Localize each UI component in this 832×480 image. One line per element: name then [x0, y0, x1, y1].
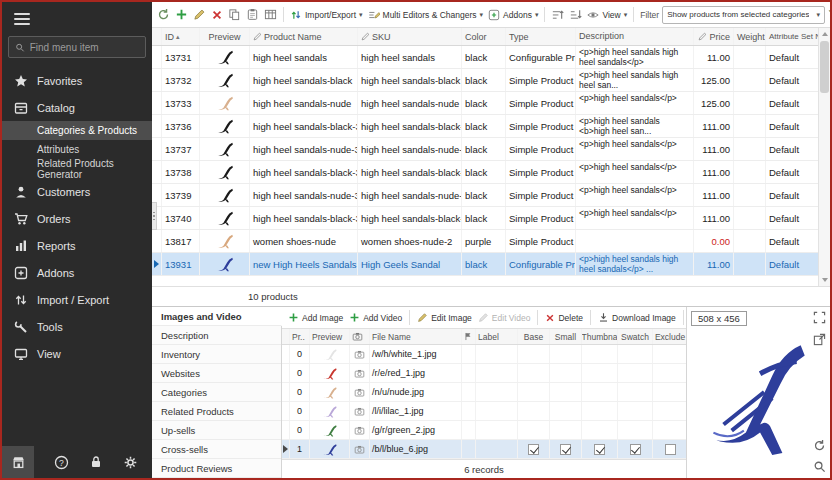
- hamburger-menu-icon[interactable]: [2, 2, 42, 33]
- column-header-preview[interactable]: Preview: [200, 28, 250, 45]
- edit-product-button[interactable]: [191, 6, 208, 23]
- tab-images-and-video[interactable]: Images and Video: [152, 307, 282, 326]
- column-header-base[interactable]: Base: [518, 329, 550, 344]
- paste-button[interactable]: [244, 6, 261, 23]
- vertical-scrollbar[interactable]: [818, 28, 830, 286]
- sidebar-item-customers[interactable]: Customers: [2, 178, 152, 205]
- search-input[interactable]: [30, 42, 139, 53]
- column-header-type[interactable]: Type: [506, 28, 576, 45]
- multi-editors-menu[interactable]: Multi Editors & Changers▾: [366, 7, 486, 23]
- cell-product-name: women shoes-nude: [250, 230, 358, 252]
- filter-select[interactable]: Show products from selected categories▾: [662, 6, 825, 24]
- column-header-label[interactable]: Label: [476, 329, 518, 344]
- column-header-product-name[interactable]: Product Name: [250, 28, 358, 45]
- add-video-button[interactable]: Add Video: [347, 310, 404, 325]
- sidebar-item-reports[interactable]: Reports: [2, 232, 152, 259]
- checkbox[interactable]: [528, 444, 539, 455]
- product-row[interactable]: 13732high heel sandals-blackhigh heel sa…: [152, 69, 818, 92]
- delete-image-button[interactable]: Delete: [543, 311, 585, 325]
- edit-image-button[interactable]: Edit Image: [415, 310, 474, 325]
- column-header-exclude[interactable]: Exclude: [653, 329, 687, 344]
- tab-cross-sells[interactable]: Cross-sells: [152, 440, 281, 459]
- download-image-button[interactable]: Download Image: [596, 310, 678, 325]
- columns-button[interactable]: [262, 6, 279, 23]
- product-row[interactable]: 13736high heel sandals-black-36high heel…: [152, 115, 818, 138]
- product-row[interactable]: 13738high heel sandals-black-37high heel…: [152, 161, 818, 184]
- zoom-icon[interactable]: [813, 460, 826, 473]
- product-row[interactable]: 13740high heel sandals-black-38high heel…: [152, 207, 818, 230]
- add-product-button[interactable]: [173, 6, 190, 23]
- fullscreen-icon[interactable]: [813, 311, 826, 324]
- checkbox[interactable]: [665, 444, 676, 455]
- column-header-small[interactable]: Small: [550, 329, 582, 344]
- sidebar-item-related-products-generator[interactable]: Related Products Generator: [2, 159, 152, 178]
- view-menu[interactable]: View▾: [585, 7, 629, 23]
- column-header-description[interactable]: Description: [576, 28, 694, 45]
- tab-inventory[interactable]: Inventory: [152, 345, 281, 364]
- product-row[interactable]: 13739high heel sandals-nude-37high heel …: [152, 184, 818, 207]
- column-header-price[interactable]: Price: [694, 28, 734, 45]
- sidebar-item-view[interactable]: View: [2, 340, 152, 367]
- sidebar-item-orders[interactable]: Orders: [2, 205, 152, 232]
- scroll-up-arrow-icon[interactable]: [822, 32, 828, 36]
- media-row[interactable]: 0/n/u/nude.jpg: [282, 383, 686, 402]
- product-row[interactable]: 13733high heel sandals-nudehigh heel san…: [152, 92, 818, 115]
- column-header-preview[interactable]: Preview: [310, 329, 350, 344]
- scroll-down-arrow-icon[interactable]: [822, 278, 828, 282]
- rotate-image-icon[interactable]: [813, 439, 826, 452]
- help-button[interactable]: ?: [54, 455, 69, 470]
- lock-button[interactable]: [89, 455, 103, 469]
- sort-ascending-button[interactable]: [549, 6, 566, 23]
- addons-menu[interactable]: Addons▾: [486, 7, 540, 23]
- sidebar-item-catalog[interactable]: Catalog: [2, 94, 152, 121]
- checkbox[interactable]: [630, 444, 641, 455]
- column-header-id[interactable]: ID▴: [162, 28, 200, 45]
- column-header-color[interactable]: Color: [462, 28, 506, 45]
- sidebar-item-attributes[interactable]: Attributes: [2, 140, 152, 159]
- copy-button[interactable]: [226, 6, 243, 23]
- column-header-priority[interactable]: Pr..: [290, 329, 310, 344]
- tab-categories[interactable]: Categories: [152, 383, 281, 402]
- edit-video-button[interactable]: Edit Video: [476, 310, 533, 325]
- sidebar-search[interactable]: [8, 36, 146, 58]
- tab-websites[interactable]: Websites: [152, 364, 281, 383]
- column-header-file-name[interactable]: File Name: [370, 329, 462, 344]
- delete-product-button[interactable]: [209, 7, 225, 23]
- tab-description[interactable]: Description: [152, 326, 281, 345]
- product-row[interactable]: 13931new High Heels SandalsHigh Geels Sa…: [152, 253, 818, 276]
- column-header-attribute-set[interactable]: Attribute Set Name: [766, 28, 818, 45]
- column-header-thumbnail[interactable]: Thumbna: [582, 329, 618, 344]
- import-export-menu[interactable]: Import/Export▾: [288, 7, 365, 23]
- checkbox[interactable]: [560, 444, 571, 455]
- sidebar-item-addons[interactable]: Addons: [2, 259, 152, 286]
- column-header-swatch[interactable]: Swatch: [618, 329, 653, 344]
- sort-descending-button[interactable]: [567, 6, 584, 23]
- column-header-sku[interactable]: SKU: [358, 28, 462, 45]
- sidebar-item-tools[interactable]: Tools: [2, 313, 152, 340]
- product-row[interactable]: 13731high heel sandalshigh heel sandalsb…: [152, 46, 818, 69]
- cell-color: black: [462, 184, 506, 206]
- tab-product-reviews[interactable]: Product Reviews: [152, 459, 281, 478]
- checkbox[interactable]: [594, 444, 605, 455]
- sidebar-item-categories-and-products[interactable]: Categories & Products: [2, 121, 152, 140]
- settings-button[interactable]: [123, 455, 138, 470]
- product-row[interactable]: 13817women shoes-nudewomen shoes-nude-2p…: [152, 230, 818, 253]
- refresh-button[interactable]: [155, 6, 172, 23]
- media-row[interactable]: 0/w/h/white_1.jpg: [282, 345, 686, 364]
- product-row[interactable]: 13737high heel sandals-nude-36high heel …: [152, 138, 818, 161]
- media-row[interactable]: 0/g/r/green_2.jpg: [282, 421, 686, 440]
- column-header-weight[interactable]: Weight: [734, 28, 766, 45]
- filters-menu[interactable]: Filters▾: [826, 7, 830, 22]
- media-row[interactable]: 0/l/i/lilac_1.jpg: [282, 402, 686, 421]
- sidebar-item-favorites[interactable]: Favorites: [2, 67, 152, 94]
- tab-up-sells[interactable]: Up-sells: [152, 421, 281, 440]
- media-row[interactable]: 1/b/l/blue_6.jpg: [282, 440, 686, 459]
- sidebar-item-import-export[interactable]: Import / Export: [2, 286, 152, 313]
- open-in-new-window-icon[interactable]: [813, 333, 826, 346]
- media-row[interactable]: 0/r/e/red_1.jpg: [282, 364, 686, 383]
- scrollbar-thumb[interactable]: [820, 41, 829, 93]
- store-connection-button[interactable]: [2, 446, 34, 478]
- tab-related-products[interactable]: Related Products: [152, 402, 281, 421]
- sidebar-splitter-handle[interactable]: [152, 202, 157, 230]
- add-image-button[interactable]: Add Image: [286, 310, 345, 325]
